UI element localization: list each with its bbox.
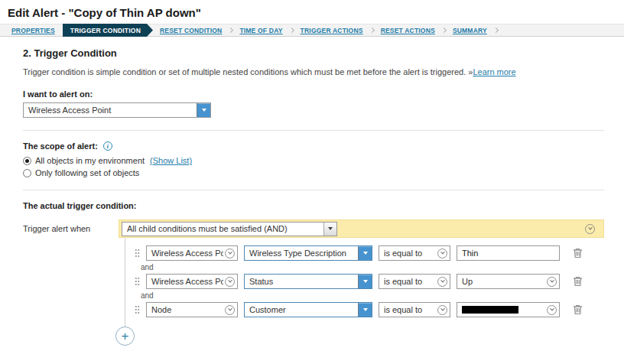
chevron-down-icon	[225, 277, 235, 287]
chevron-right-icon	[289, 28, 294, 33]
condition-group: All child conditions must be satisfied (…	[119, 219, 604, 346]
tab-label: TRIGGER CONDITION	[70, 27, 141, 34]
operator-select[interactable]: is equal to	[379, 274, 450, 289]
chevron-down-icon	[437, 277, 447, 287]
select-value: is equal to	[379, 277, 436, 286]
field-select[interactable]: Status	[244, 274, 372, 289]
radio-label: All objects in my environment	[35, 156, 145, 165]
object-select[interactable]: Wireless Access Point	[146, 274, 238, 289]
drag-handle-icon[interactable]	[135, 305, 140, 314]
chevron-down-icon	[358, 246, 372, 260]
scope-header: The scope of alert: i	[23, 141, 604, 151]
chevron-down-icon	[225, 249, 235, 258]
tab-trigger-actions[interactable]: TRIGGER ACTIONS	[301, 27, 363, 34]
triangle-glyph	[363, 308, 368, 311]
triangle-glyph	[363, 252, 368, 255]
scope-label: The scope of alert:	[23, 141, 98, 151]
select-value: Wireless Access Point	[24, 106, 197, 115]
radio-button[interactable]	[23, 169, 31, 177]
select-value: Up	[457, 277, 545, 286]
tab-properties[interactable]: PROPERTIES	[11, 27, 55, 34]
chevron-glyph	[550, 307, 554, 311]
chevron-down-icon	[358, 275, 372, 288]
chevron-down-icon	[197, 103, 210, 117]
radio-button[interactable]	[23, 157, 31, 165]
tab-reset-condition[interactable]: RESET CONDITION	[160, 27, 222, 34]
drag-handle-icon[interactable]	[135, 249, 140, 258]
alert-on-select[interactable]: Wireless Access Point	[23, 102, 211, 118]
chevron-down-icon	[323, 223, 336, 236]
condition-row: Node Customer is equal to	[135, 301, 604, 318]
select-value: is equal to	[379, 305, 436, 314]
redacted-value	[462, 306, 518, 314]
condition-row: Wireless Access Point Wireless Type Desc…	[135, 245, 604, 262]
operator-select[interactable]: is equal to	[379, 302, 450, 317]
select-value: Wireless Access Point	[147, 277, 223, 286]
value-input[interactable]	[457, 245, 560, 261]
chevron-down-icon	[437, 249, 447, 258]
learn-more-link[interactable]: Learn more	[473, 67, 515, 76]
select-value: Wireless Access Point	[147, 249, 223, 258]
condition-joiner: and	[141, 263, 604, 271]
object-select[interactable]: Node	[146, 302, 238, 317]
chevron-glyph	[228, 278, 232, 283]
collapse-chevron-icon[interactable]	[585, 224, 595, 234]
condition-rows: Wireless Access Point Wireless Type Desc…	[125, 238, 604, 346]
info-icon[interactable]: i	[103, 141, 112, 151]
field-select[interactable]: Customer	[244, 302, 372, 317]
select-value: Customer	[245, 305, 358, 314]
divider	[23, 130, 604, 131]
trash-icon[interactable]	[573, 304, 583, 315]
scope-option-all[interactable]: All objects in my environment (Show List…	[23, 156, 604, 165]
main-content: 2. Trigger Condition Trigger condition i…	[0, 37, 624, 346]
divider	[23, 190, 604, 190]
condition-joiner: and	[141, 291, 604, 300]
tab-time-of-day[interactable]: TIME OF DAY	[239, 27, 282, 34]
value-select[interactable]: Up	[457, 274, 560, 289]
chevron-down-icon	[547, 277, 557, 287]
field-select[interactable]: Wireless Type Description	[244, 245, 372, 261]
select-value: Node	[147, 305, 223, 314]
trigger-when-label: Trigger alert when	[23, 219, 119, 346]
trigger-condition-label: The actual trigger condition:	[23, 201, 604, 210]
page-header: Edit Alert - "Copy of Thin AP down"	[0, 0, 624, 24]
select-value: Wireless Type Description	[245, 249, 358, 258]
tab-summary[interactable]: SUMMARY	[453, 27, 487, 34]
alert-on-label: I want to alert on:	[23, 89, 604, 99]
object-select[interactable]: Wireless Access Point	[146, 245, 238, 261]
operator-select[interactable]: is equal to	[379, 245, 450, 261]
chevron-right-icon	[441, 28, 447, 33]
group-condition-select[interactable]: All child conditions must be satisfied (…	[122, 222, 337, 236]
select-value: is equal to	[379, 249, 436, 258]
page-title: Edit Alert - "Copy of Thin AP down"	[8, 6, 616, 19]
group-condition-bar: All child conditions must be satisfied (…	[119, 219, 604, 238]
chevron-glyph	[588, 226, 593, 230]
section-description: Trigger condition is simple condition or…	[23, 67, 604, 76]
scope-option-set[interactable]: Only following set of objects	[23, 168, 604, 177]
add-condition-button[interactable]: +	[115, 327, 135, 346]
chevron-down-icon	[437, 305, 447, 315]
radio-label: Only following set of objects	[35, 168, 139, 177]
chevron-down-icon	[358, 303, 372, 317]
chevron-glyph	[228, 307, 232, 311]
triangle-glyph	[363, 280, 368, 283]
trash-icon[interactable]	[573, 248, 583, 258]
chevron-right-icon	[228, 28, 233, 33]
select-value: Status	[245, 277, 358, 286]
drag-handle-icon[interactable]	[135, 277, 140, 286]
tab-trigger-condition[interactable]: TRIGGER CONDITION	[63, 24, 153, 37]
section-heading: 2. Trigger Condition	[23, 47, 604, 59]
chevron-right-icon	[369, 28, 375, 33]
tab-reset-actions[interactable]: RESET ACTIONS	[381, 27, 435, 34]
wizard-tabs: PROPERTIES TRIGGER CONDITION RESET CONDI…	[0, 24, 624, 37]
value-select[interactable]	[457, 302, 560, 317]
chevron-glyph	[440, 278, 445, 283]
chevron-glyph	[550, 278, 554, 283]
description-text: Trigger condition is simple condition or…	[23, 67, 473, 76]
show-list-link[interactable]: (Show List)	[150, 156, 192, 165]
chevron-down-icon	[547, 305, 557, 315]
chevron-glyph	[440, 307, 445, 311]
triangle-glyph	[328, 227, 333, 230]
trash-icon[interactable]	[573, 276, 583, 287]
chevron-glyph	[440, 250, 445, 255]
